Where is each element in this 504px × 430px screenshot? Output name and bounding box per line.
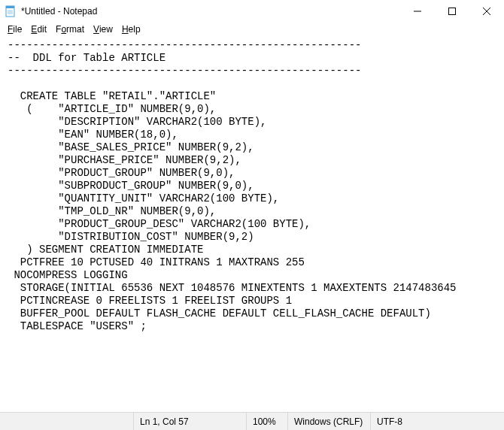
menu-view[interactable]: View [89, 24, 117, 35]
window-controls [400, 0, 504, 23]
minimize-button[interactable] [400, 0, 435, 23]
menubar: File Edit Format View Help [0, 23, 504, 38]
svg-rect-6 [449, 8, 456, 15]
close-button[interactable] [469, 0, 504, 23]
menu-format[interactable]: Format [51, 24, 89, 35]
maximize-button[interactable] [435, 0, 469, 23]
statusbar-encoding: UTF-8 [370, 413, 504, 430]
window-title: *Untitled - Notepad [21, 6, 400, 17]
statusbar-ln-col: Ln 1, Col 57 [133, 413, 246, 430]
statusbar-zoom: 100% [246, 413, 287, 430]
text-editor[interactable]: ----------------------------------------… [0, 38, 504, 412]
titlebar: *Untitled - Notepad [0, 0, 504, 23]
svg-rect-1 [6, 6, 14, 8]
statusbar-spacer [0, 413, 133, 430]
statusbar-eol: Windows (CRLF) [287, 413, 370, 430]
menu-view-rest: iew [99, 24, 113, 35]
notepad-icon [5, 5, 17, 17]
menu-edit-rest: dit [37, 24, 47, 35]
statusbar: Ln 1, Col 57 100% Windows (CRLF) UTF-8 [0, 412, 504, 430]
menu-file[interactable]: File [3, 24, 26, 35]
menu-file-rest: ile [13, 24, 22, 35]
menu-help-rest: elp [129, 24, 141, 35]
menu-format-rest: rmat [66, 24, 84, 35]
menu-help[interactable]: Help [117, 24, 145, 35]
menu-edit[interactable]: Edit [26, 24, 51, 35]
